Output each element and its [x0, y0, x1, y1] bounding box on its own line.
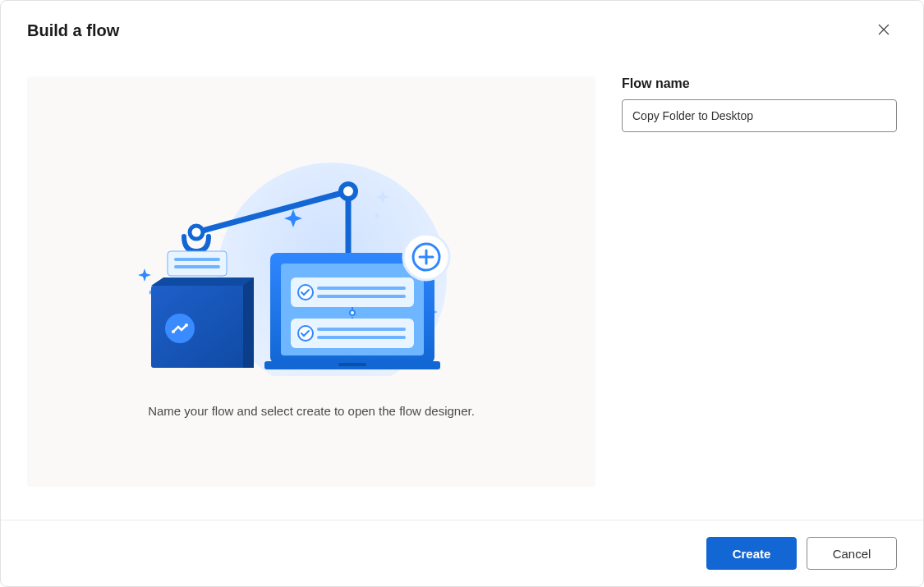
- svg-rect-26: [317, 328, 406, 331]
- svg-point-13: [185, 323, 188, 327]
- cancel-button[interactable]: Cancel: [807, 537, 897, 570]
- flow-name-label: Flow name: [622, 76, 897, 91]
- dialog-header: Build a flow: [1, 1, 923, 52]
- svg-rect-27: [317, 336, 406, 339]
- svg-point-4: [341, 184, 356, 199]
- svg-rect-17: [338, 363, 366, 366]
- flow-name-input[interactable]: [622, 99, 897, 132]
- create-button[interactable]: Create: [706, 537, 797, 570]
- svg-point-2: [375, 213, 379, 218]
- dialog-footer: Create Cancel: [1, 520, 923, 586]
- close-button[interactable]: [871, 17, 897, 44]
- svg-point-5: [190, 226, 203, 239]
- svg-point-23: [350, 310, 355, 315]
- svg-rect-8: [174, 258, 220, 261]
- flow-builder-illustration-icon: [135, 146, 488, 379]
- illustration-caption: Name your flow and select create to open…: [148, 404, 475, 418]
- illustration-panel: Name your flow and select create to open…: [27, 76, 595, 487]
- build-flow-dialog: Build a flow: [0, 0, 924, 587]
- close-icon: [878, 24, 890, 38]
- dialog-title: Build a flow: [27, 21, 119, 40]
- svg-rect-20: [317, 287, 406, 290]
- svg-rect-7: [168, 251, 227, 276]
- svg-rect-21: [317, 295, 406, 298]
- form-panel: Flow name: [622, 76, 897, 503]
- svg-rect-9: [174, 265, 220, 268]
- svg-point-12: [172, 330, 175, 333]
- dialog-body: Name your flow and select create to open…: [1, 52, 923, 520]
